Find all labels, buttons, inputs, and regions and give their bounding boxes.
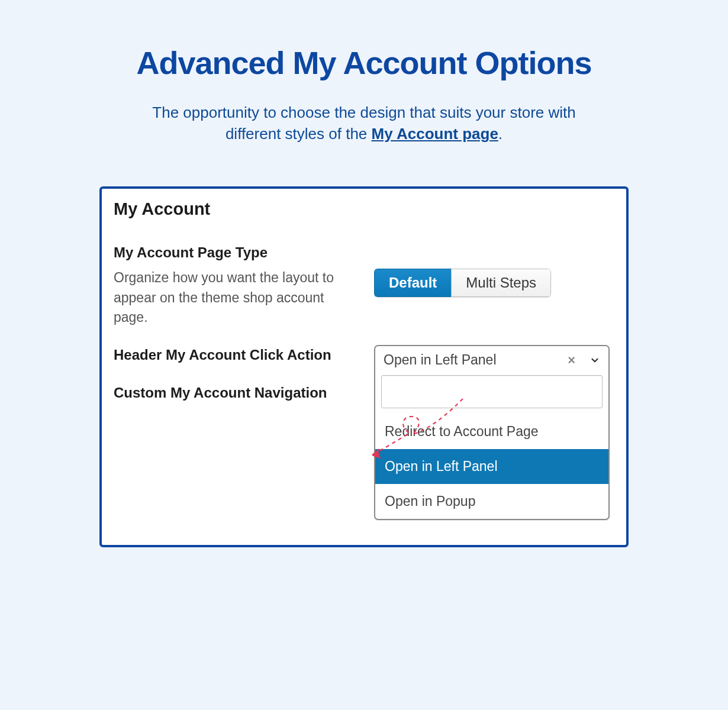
page-type-option-default[interactable]: Default (374, 269, 451, 297)
dropdown-option-redirect[interactable]: Redirect to Account Page (375, 414, 608, 449)
dropdown-option-left-panel[interactable]: Open in Left Panel (375, 449, 608, 484)
settings-panel: My Account My Account Page Type Organize… (99, 186, 629, 547)
panel-title: My Account (114, 199, 614, 219)
click-action-label: Header My Account Click Action (114, 345, 356, 365)
dropdown-search-input[interactable] (381, 375, 603, 408)
click-action-dropdown[interactable]: Open in Left Panel × Redirect to Account… (374, 345, 610, 520)
clear-icon[interactable]: × (559, 353, 584, 368)
subtitle-post: . (498, 125, 502, 143)
dropdown-option-popup[interactable]: Open in Popup (375, 484, 608, 519)
dropdown-header[interactable]: Open in Left Panel × (375, 346, 608, 374)
page-type-label: My Account Page Type (114, 243, 356, 263)
page-type-description: Organize how you want the layout to appe… (114, 268, 356, 327)
subtitle-text: The opportunity to choose the design tha… (152, 104, 575, 143)
dropdown-selected-label: Open in Left Panel (384, 352, 559, 368)
page-type-segmented: Default Multi Steps (374, 269, 551, 297)
page-title: Advanced My Account Options (0, 44, 728, 81)
chevron-down-icon[interactable] (584, 355, 600, 366)
page-type-option-multisteps[interactable]: Multi Steps (451, 269, 551, 297)
custom-nav-label: Custom My Account Navigation (114, 383, 356, 403)
my-account-page-link[interactable]: My Account page (372, 125, 498, 143)
page-subtitle: The opportunity to choose the design tha… (145, 102, 583, 145)
